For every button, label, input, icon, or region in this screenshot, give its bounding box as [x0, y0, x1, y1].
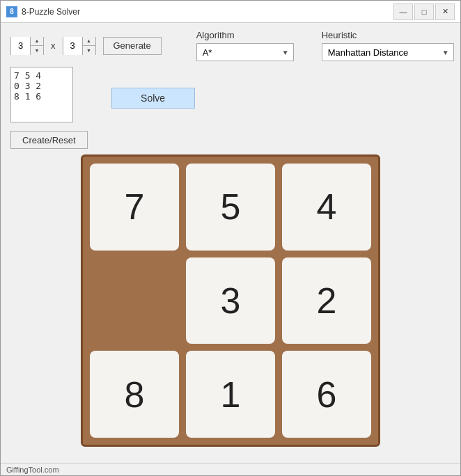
col-spinner-input[interactable]	[63, 37, 83, 55]
puzzle-tile[interactable]: 5	[186, 164, 275, 251]
footer: GiffingTool.com	[1, 463, 460, 475]
row-spinner-down[interactable]: ▼	[31, 46, 43, 55]
row-spinner-arrows: ▲ ▼	[31, 37, 43, 55]
puzzle-tile[interactable]	[90, 257, 179, 344]
window-title: 8-Puzzle Solver	[22, 7, 80, 17]
puzzle-tile[interactable]: 8	[90, 351, 179, 438]
algorithm-label: Algorithm	[196, 30, 294, 40]
top-row: ▲ ▼ x ▲ ▼ Generate Algorithm	[10, 30, 451, 61]
close-button[interactable]: ✕	[435, 3, 455, 20]
puzzle-tile[interactable]: 1	[186, 351, 275, 438]
solve-area: Solve	[111, 88, 195, 109]
puzzle-tile[interactable]: 3	[186, 257, 275, 344]
row-spinner-input[interactable]	[11, 37, 31, 55]
algorithm-select[interactable]: A* ▼	[196, 43, 294, 61]
puzzle-tile[interactable]: 4	[282, 164, 371, 251]
x-separator: x	[51, 40, 56, 51]
puzzle-tile[interactable]: 6	[282, 351, 371, 438]
heuristic-group: Heuristic Manhattan Distance ▼	[322, 30, 454, 61]
maximize-button[interactable]: □	[414, 3, 434, 20]
heuristic-value: Manhattan Distance	[328, 47, 409, 58]
row-spinner-group: ▲ ▼	[10, 37, 44, 55]
app-window: 8 8-Puzzle Solver — □ ✕ ▲ ▼ x	[0, 0, 461, 476]
algorithm-chevron-icon: ▼	[282, 49, 289, 56]
main-content: ▲ ▼ x ▲ ▼ Generate Algorithm	[1, 23, 460, 463]
algo-section: Algorithm A* ▼ Heuristic Manhattan Dista…	[196, 30, 454, 61]
minimize-button[interactable]: —	[393, 3, 413, 20]
title-bar-left: 8 8-Puzzle Solver	[6, 6, 80, 17]
algorithm-group: Algorithm A* ▼	[196, 30, 294, 61]
puzzle-tile[interactable]: 7	[90, 164, 179, 251]
middle-row: Create/Reset Solve	[10, 67, 451, 149]
col-spinner-up[interactable]: ▲	[83, 37, 95, 46]
heuristic-chevron-icon: ▼	[442, 49, 449, 56]
row-spinner-up[interactable]: ▲	[31, 37, 43, 46]
footer-text: GiffingTool.com	[6, 466, 59, 474]
puzzle-board: 75432816	[81, 154, 380, 447]
col-spinner-box: ▲ ▼	[63, 37, 96, 55]
puzzle-text-input[interactable]	[10, 67, 73, 122]
create-reset-button[interactable]: Create/Reset	[10, 131, 88, 149]
left-panel: Create/Reset	[10, 67, 88, 149]
title-bar-controls: — □ ✕	[393, 3, 455, 20]
col-spinner-group: ▲ ▼	[63, 37, 96, 55]
heuristic-select[interactable]: Manhattan Distance ▼	[322, 43, 454, 61]
title-bar: 8 8-Puzzle Solver — □ ✕	[1, 1, 460, 23]
heuristic-label: Heuristic	[322, 30, 454, 40]
col-spinner-arrows: ▲ ▼	[83, 37, 95, 55]
row-spinner-box: ▲ ▼	[10, 37, 44, 55]
app-icon: 8	[6, 6, 17, 17]
algorithm-value: A*	[203, 47, 212, 58]
col-spinner-down[interactable]: ▼	[83, 46, 95, 55]
solve-button[interactable]: Solve	[111, 88, 195, 109]
puzzle-tile[interactable]: 2	[282, 257, 371, 344]
generate-button[interactable]: Generate	[103, 37, 162, 55]
